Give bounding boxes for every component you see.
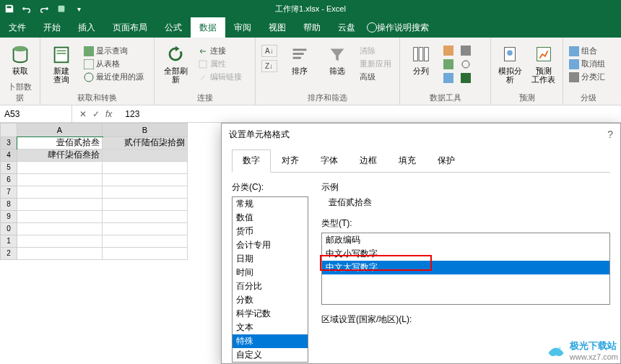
cat-text[interactable]: 文本 — [233, 321, 308, 334]
enter-icon[interactable]: ✓ — [92, 109, 100, 119]
group-button[interactable]: 组合 — [569, 45, 605, 57]
redo-icon[interactable] — [38, 2, 51, 15]
save-icon[interactable] — [3, 2, 16, 15]
cell[interactable] — [103, 186, 188, 199]
row-header[interactable]: 9 — [0, 211, 17, 223]
cat-scientific[interactable]: 科学记数 — [233, 307, 308, 321]
tell-me-search[interactable]: 操作说明搜索 — [364, 17, 438, 38]
cell[interactable] — [103, 174, 188, 186]
what-if-button[interactable]: 模拟分析 — [497, 40, 524, 84]
row-header[interactable]: 2 — [0, 248, 17, 260]
text-to-columns-button[interactable]: 分列 — [406, 40, 436, 75]
cat-percentage[interactable]: 百分比 — [233, 280, 308, 293]
cell[interactable] — [17, 186, 103, 199]
row-header[interactable]: 7 — [0, 186, 17, 199]
row-header[interactable]: 8 — [0, 199, 17, 211]
tab-cloud[interactable]: 云盘 — [329, 17, 364, 38]
select-all-corner[interactable] — [0, 123, 17, 137]
tab-insert[interactable]: 插入 — [69, 17, 104, 38]
cancel-icon[interactable]: ✕ — [79, 109, 87, 119]
cat-custom[interactable]: 自定义 — [233, 348, 308, 362]
formula-input[interactable]: 123 — [119, 109, 621, 119]
type-listbox[interactable]: 邮政编码 中文小写数字 中文大写数字 — [321, 233, 610, 305]
cell[interactable] — [103, 199, 188, 211]
undo-icon[interactable] — [20, 2, 33, 15]
cell[interactable] — [17, 248, 103, 260]
row-header[interactable]: 1 — [0, 235, 17, 248]
cell[interactable] — [103, 235, 188, 248]
dtab-number[interactable]: 数字 — [232, 150, 271, 173]
touch-icon[interactable] — [55, 2, 68, 15]
cat-number[interactable]: 数值 — [233, 211, 308, 225]
category-listbox[interactable]: 常规 数值 货币 会计专用 日期 时间 百分比 分数 科学记数 文本 特殊 自定… — [232, 196, 308, 363]
filter-button[interactable]: 筛选 — [322, 40, 352, 75]
cell-a4[interactable]: 肆仟柒佰叁拾 — [17, 150, 103, 162]
cat-special[interactable]: 特殊 — [233, 334, 308, 348]
tab-home[interactable]: 开始 — [35, 17, 69, 38]
manage-model-button[interactable] — [461, 72, 471, 84]
col-header-b[interactable]: B — [103, 123, 188, 137]
type-chinese-lower[interactable]: 中文小写数字 — [322, 247, 609, 261]
row-header[interactable]: 3 — [0, 137, 17, 150]
cat-general[interactable]: 常规 — [233, 197, 308, 211]
cat-currency[interactable]: 货币 — [233, 225, 308, 238]
cell-b4[interactable] — [103, 150, 188, 162]
ungroup-button[interactable]: 取消组 — [569, 58, 605, 70]
row-header[interactable]: 4 — [0, 150, 17, 162]
cat-fraction[interactable]: 分数 — [233, 293, 308, 307]
row-header[interactable]: 6 — [0, 174, 17, 186]
get-external-data-button[interactable]: 获取 — [6, 40, 34, 75]
type-zipcode[interactable]: 邮政编码 — [322, 233, 609, 247]
from-table-button[interactable]: 从表格 — [84, 58, 144, 70]
row-header[interactable]: 5 — [0, 162, 17, 174]
cell[interactable] — [103, 162, 188, 174]
cell-b3[interactable]: 贰仟陆佰柒拾捌 — [103, 137, 188, 150]
cell-a3[interactable]: 壹佰贰拾叁 — [17, 137, 103, 150]
fx-icon[interactable]: fx — [105, 109, 112, 119]
sort-az-button[interactable]: A↓ — [261, 45, 277, 57]
cell[interactable] — [17, 211, 103, 223]
cell[interactable] — [17, 235, 103, 248]
remove-duplicates-button[interactable] — [443, 58, 453, 70]
dtab-font[interactable]: 字体 — [310, 150, 349, 172]
dtab-fill[interactable]: 填充 — [388, 150, 427, 172]
dtab-align[interactable]: 对齐 — [271, 150, 310, 172]
tab-formulas[interactable]: 公式 — [156, 17, 191, 38]
new-query-button[interactable]: 新建 查询 — [46, 40, 77, 84]
forecast-sheet-button[interactable]: 预测 工作表 — [531, 40, 557, 84]
sort-button[interactable]: 排序 — [285, 40, 315, 75]
tab-review[interactable]: 审阅 — [225, 17, 260, 38]
tab-data[interactable]: 数据 — [191, 17, 225, 38]
data-validation-button[interactable] — [443, 72, 453, 84]
dialog-help-button[interactable]: ? — [607, 129, 613, 140]
cell[interactable] — [17, 223, 103, 235]
recent-sources-button[interactable]: 最近使用的源 — [84, 71, 144, 83]
cat-date[interactable]: 日期 — [233, 252, 308, 266]
sort-za-button[interactable]: Z↓ — [261, 60, 277, 72]
type-chinese-upper[interactable]: 中文大写数字 — [322, 261, 609, 274]
cell[interactable] — [17, 199, 103, 211]
advanced-filter-button[interactable]: 高级 — [360, 71, 391, 83]
cell[interactable] — [103, 211, 188, 223]
cell[interactable] — [103, 223, 188, 235]
tab-file[interactable]: 文件 — [0, 17, 35, 38]
relationships-button[interactable] — [461, 58, 471, 70]
connections-button[interactable]: 连接 — [198, 45, 242, 57]
tab-view[interactable]: 视图 — [260, 17, 295, 38]
name-box[interactable]: A53 — [0, 105, 72, 122]
col-header-a[interactable]: A — [17, 123, 103, 137]
cell[interactable] — [17, 174, 103, 186]
consolidate-button[interactable] — [461, 45, 471, 56]
dtab-protect[interactable]: 保护 — [427, 150, 466, 172]
dtab-border[interactable]: 边框 — [349, 150, 388, 172]
flash-fill-button[interactable] — [443, 45, 453, 56]
refresh-all-button[interactable]: 全部刷新 — [160, 40, 191, 84]
tab-help[interactable]: 帮助 — [295, 17, 329, 38]
qat-dropdown-icon[interactable]: ▾ — [72, 2, 85, 15]
cat-accounting[interactable]: 会计专用 — [233, 238, 308, 252]
subtotal-button[interactable]: 分类汇 — [569, 71, 605, 83]
row-header[interactable]: 0 — [0, 223, 17, 235]
cell[interactable] — [103, 248, 188, 260]
cell[interactable] — [17, 162, 103, 174]
show-queries-button[interactable]: 显示查询 — [84, 45, 144, 57]
